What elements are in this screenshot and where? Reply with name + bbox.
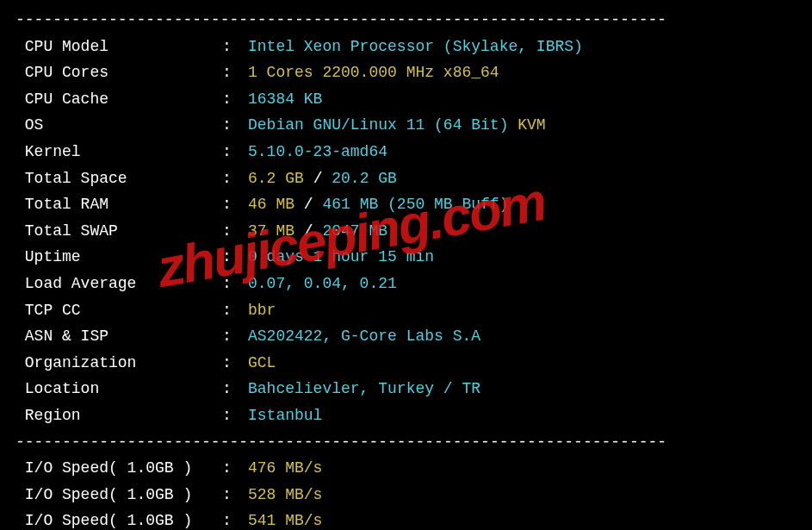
divider-top: ----------------------------------------… [15,7,797,34]
sysinfo-row: Organization : GCL [15,350,797,377]
colon-separator: : [222,218,248,245]
info-label: Load Average [15,271,222,297]
info-value: 16384 KB [248,86,322,113]
info-label: I/O Speed( 1.0GB ) [15,482,222,508]
sysinfo-row: Total Space : 6.2 GB / 20.2 GB [15,165,797,192]
info-value: 37 MB [248,218,304,245]
info-value: AS202422, G-Core Labs S.A [248,323,480,350]
sysinfo-row: Total RAM : 46 MB / 461 MB (250 MB Buff) [15,191,797,218]
info-value: / [304,218,323,245]
info-label: Total RAM [15,191,222,218]
terminal-output: ----------------------------------------… [15,7,797,530]
info-label: Location [15,376,222,402]
colon-separator: : [222,59,248,86]
info-value: 46 MB [248,191,304,218]
info-value: 2047 MB [322,218,387,245]
colon-separator: : [222,323,248,350]
colon-separator: : [222,139,248,165]
info-value: / [313,165,332,192]
info-label: Kernel [15,139,222,165]
iospeed-row: I/O Speed( 1.0GB ) : 541 MB/s [15,508,797,530]
sysinfo-row: Total SWAP : 37 MB / 2047 MB [15,218,797,245]
info-value: 5.10.0-23-amd64 [248,139,387,165]
info-value: 0.07, 0.04, 0.21 [248,271,397,297]
system-info-block: CPU Model : Intel Xeon Processor (Skylak… [15,34,797,429]
info-value: KVM [518,112,545,139]
colon-separator: : [222,244,248,271]
colon-separator: : [222,376,248,402]
info-label: Region [15,402,222,429]
info-value: 1 Cores 2200.000 MHz x86_64 [248,59,499,86]
iospeed-row: I/O Speed( 1.0GB ) : 528 MB/s [15,482,797,508]
colon-separator: : [222,297,248,324]
info-label: CPU Model [15,34,222,60]
colon-separator: : [222,165,248,192]
info-value: 476 MB/s [248,455,322,482]
colon-separator: : [222,350,248,377]
sysinfo-row: Uptime : 0 days 1 hour 15 min [15,244,797,271]
io-speed-block: I/O Speed( 1.0GB ) : 476 MB/s I/O Speed(… [15,455,797,530]
sysinfo-row: Load Average : 0.07, 0.04, 0.21 [15,271,797,297]
sysinfo-row: TCP CC : bbr [15,297,797,324]
info-value: 528 MB/s [248,482,322,508]
info-label: TCP CC [15,297,222,324]
info-value: Bahcelievler, Turkey / TR [248,376,480,402]
info-label: Organization [15,350,222,377]
sysinfo-row: ASN & ISP : AS202422, G-Core Labs S.A [15,323,797,350]
info-value: Intel Xeon Processor (Skylake, IBRS) [248,34,583,60]
sysinfo-row: CPU Cores : 1 Cores 2200.000 MHz x86_64 [15,59,797,86]
info-value: / [304,191,323,218]
divider-middle: ----------------------------------------… [15,429,797,456]
colon-separator: : [222,455,248,482]
info-label: ASN & ISP [15,323,222,350]
info-value: 541 MB/s [248,508,322,530]
info-value: 20.2 GB [332,165,397,192]
info-value: (250 MB Buff) [387,191,508,218]
colon-separator: : [222,112,248,139]
sysinfo-row: Region : Istanbul [15,402,797,429]
sysinfo-row: CPU Model : Intel Xeon Processor (Skylak… [15,34,797,60]
colon-separator: : [222,402,248,429]
colon-separator: : [222,86,248,113]
colon-separator: : [222,191,248,218]
info-label: OS [15,112,222,139]
info-label: Total Space [15,165,222,192]
info-label: I/O Speed( 1.0GB ) [15,455,222,482]
info-label: I/O Speed( 1.0GB ) [15,508,222,530]
info-value: 461 MB [322,191,387,218]
info-label: CPU Cores [15,59,222,86]
info-value: 0 days 1 hour 15 min [248,244,434,271]
colon-separator: : [222,482,248,508]
colon-separator: : [222,508,248,530]
info-value: 6.2 GB [248,165,313,192]
info-label: Total SWAP [15,218,222,245]
sysinfo-row: Kernel : 5.10.0-23-amd64 [15,139,797,165]
colon-separator: : [222,271,248,297]
sysinfo-row: Location : Bahcelievler, Turkey / TR [15,376,797,402]
info-value: GCL [248,350,276,377]
colon-separator: : [222,34,248,60]
info-value: Istanbul [248,402,322,429]
sysinfo-row: CPU Cache : 16384 KB [15,86,797,113]
info-value: Debian GNU/Linux 11 (64 Bit) [248,112,518,139]
info-label: Uptime [15,244,222,271]
info-value: bbr [248,297,276,324]
sysinfo-row: OS : Debian GNU/Linux 11 (64 Bit) KVM [15,112,797,139]
info-label: CPU Cache [15,86,222,113]
iospeed-row: I/O Speed( 1.0GB ) : 476 MB/s [15,455,797,482]
